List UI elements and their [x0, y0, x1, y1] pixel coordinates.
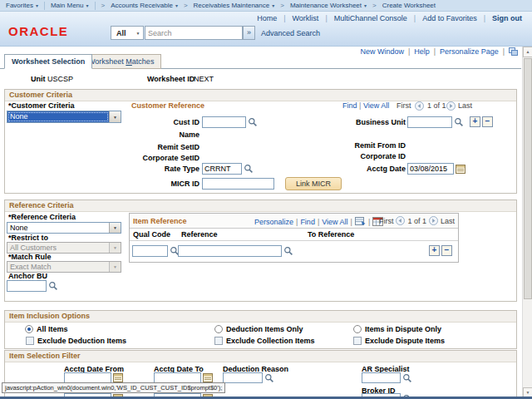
checkbox-exclude-collection-items[interactable] [214, 337, 223, 345]
reference-criteria-select[interactable]: None ▼ [7, 222, 121, 234]
radio-deduction-items-only-label[interactable]: Deduction Items Only [226, 325, 303, 333]
radio-items-in-dispute-only-label[interactable]: Items in Dispute Only [365, 325, 441, 333]
breadcrumb-item-favorites[interactable]: Favorites▾ [6, 2, 38, 9]
item-reference-column-headers: Qual Code Reference To Reference [130, 229, 458, 241]
acctg-date-from-calendar-icon[interactable] [113, 372, 123, 382]
status-bar-link-tooltip: javascript:pAction_win0(document.win0,'W… [2, 382, 225, 393]
breadcrumb-item-receivables-maintenance[interactable]: Receivables Maintenance▾ [194, 2, 275, 9]
rate-type-label: Rate Type [116, 165, 200, 173]
pager-first-label[interactable]: First [397, 101, 411, 110]
tab-worksheet-selection[interactable]: Worksheet Selection [4, 54, 92, 69]
checkbox-exclude-dispute-items-label[interactable]: Exclude Dispute Items [365, 337, 445, 345]
checkbox-exclude-deduction-items-label[interactable]: Exclude Deduction Items [37, 337, 126, 345]
breadcrumb-item-main-menu[interactable]: Main Menu▾ [51, 2, 89, 9]
anchor-bu-lookup-icon[interactable] [48, 281, 58, 291]
dropdown-arrow-icon: ▼ [109, 243, 121, 253]
rate-type-lookup-icon[interactable] [244, 164, 254, 174]
customer-reference-title: Customer Reference [131, 101, 204, 110]
scroll-up-button[interactable]: ▲ [523, 47, 532, 57]
search-go-button[interactable]: » [243, 26, 255, 40]
match-rule-selected-value: Exact Match [7, 262, 109, 272]
anchor-bu-input[interactable] [7, 280, 47, 292]
find-link[interactable]: Find [342, 101, 357, 110]
radio-all-items-label[interactable]: All Items [37, 325, 68, 333]
link-micr-button[interactable]: Link MICR [285, 177, 342, 190]
acctg-date-to-calendar-icon[interactable] [203, 372, 213, 382]
match-rule-label: *Match Rule [8, 253, 52, 261]
dropdown-arrow-icon: ▼ [109, 262, 121, 272]
find-link[interactable]: Find [300, 218, 315, 226]
ar-specialist-lookup-icon[interactable] [402, 373, 412, 383]
checkbox-exclude-dispute-items[interactable] [353, 337, 362, 345]
dropdown-arrow-icon: ▼ [133, 31, 143, 36]
breadcrumb-item-accounts-receivable[interactable]: Accounts Receivable▾ [111, 2, 178, 9]
previous-row-icon[interactable] [415, 101, 424, 111]
micr-id-input[interactable] [202, 178, 274, 190]
checkbox-exclude-collection-items-label[interactable]: Exclude Collection Items [226, 337, 315, 345]
restrict-to-selected-value: All Customers [7, 243, 109, 253]
personalize-link[interactable]: Personalize [254, 218, 293, 226]
pager-last-label[interactable]: Last [441, 217, 455, 225]
acctg-date-calendar-icon[interactable] [456, 164, 466, 174]
deduction-reason-lookup-icon[interactable] [264, 373, 274, 383]
add-to-favorites-link[interactable]: Add to Favorites [422, 14, 477, 22]
chevron-down-icon: ▾ [86, 2, 89, 9]
acctg-date-label: Acctg Date [316, 165, 406, 173]
rate-type-input[interactable] [202, 163, 242, 175]
personalize-page-link[interactable]: Personalize Page [440, 47, 499, 56]
customer-criteria-select[interactable]: None ▼ [7, 111, 121, 123]
checkbox-exclude-deduction-items[interactable] [26, 337, 34, 345]
deduction-reason-input[interactable] [223, 372, 263, 383]
delete-row-button[interactable]: − [441, 245, 452, 256]
previous-row-icon[interactable] [396, 216, 405, 225]
view-all-link[interactable]: View All [363, 101, 389, 110]
radio-deduction-items-only[interactable] [214, 325, 223, 333]
search-input[interactable] [145, 26, 243, 40]
cust-id-input[interactable] [202, 116, 246, 128]
chevron-down-icon: ▾ [175, 2, 178, 9]
anchor-bu-label: Anchor BU [8, 272, 47, 280]
add-row-button[interactable]: + [429, 245, 440, 256]
dropdown-arrow-icon[interactable]: ▼ [109, 223, 121, 233]
pager-first-label[interactable]: First [379, 217, 394, 225]
reference-input[interactable] [178, 245, 282, 257]
delete-row-button[interactable]: − [482, 116, 493, 127]
ar-specialist-input[interactable] [362, 372, 401, 383]
advanced-search-link[interactable]: Advanced Search [261, 29, 320, 37]
next-row-icon[interactable] [429, 216, 438, 225]
download-to-excel-icon[interactable] [355, 217, 366, 226]
business-unit-lookup-icon[interactable] [454, 117, 464, 127]
business-unit-input[interactable] [407, 116, 452, 128]
home-link[interactable]: Home [257, 14, 277, 22]
cust-id-lookup-icon[interactable] [248, 117, 258, 127]
radio-items-in-dispute-only[interactable] [353, 325, 362, 333]
acctg-date-input[interactable] [407, 163, 454, 175]
pager-last-label[interactable]: Last [458, 101, 472, 110]
view-all-link[interactable]: View All [322, 218, 347, 226]
customer-criteria-selected-value: None [7, 111, 109, 122]
reference-lookup-icon[interactable] [283, 246, 293, 256]
remit-setid-label: Remit SetID [116, 143, 200, 151]
corporate-id-label: Corporate ID [316, 152, 406, 160]
qual-code-input[interactable] [132, 245, 168, 257]
multichannel-console-link[interactable]: MultiChannel Console [334, 14, 407, 22]
micr-id-label: MICR ID [116, 180, 200, 188]
sign-out-link[interactable]: Sign out [492, 14, 522, 22]
scrollbar-thumb[interactable] [524, 58, 532, 299]
radio-all-items[interactable] [25, 325, 33, 333]
restrict-to-select: All Customers ▼ [7, 242, 121, 254]
breadcrumb-item-maintenance-worksheet[interactable]: Maintenance Worksheet▾ [290, 2, 367, 9]
add-row-button[interactable]: + [470, 116, 480, 127]
personalize-page-icon[interactable] [509, 47, 518, 56]
pager-position: 1 of 1 [407, 217, 426, 225]
worklist-link[interactable]: Worklist [293, 14, 319, 22]
new-window-link[interactable]: New Window [360, 47, 404, 56]
tab-worksheet-matches[interactable]: Worksheet Matches [81, 54, 161, 69]
breadcrumb-separator-icon: > [372, 2, 377, 9]
search-scope-select[interactable]: All ▼ [111, 26, 144, 40]
next-row-icon[interactable] [446, 101, 456, 111]
reference-criteria-title: Reference Criteria [5, 200, 516, 212]
vertical-scrollbar[interactable]: ▲ ▼ [522, 47, 532, 399]
customer-criteria-title: Customer Criteria [5, 90, 516, 101]
help-link[interactable]: Help [414, 47, 430, 56]
